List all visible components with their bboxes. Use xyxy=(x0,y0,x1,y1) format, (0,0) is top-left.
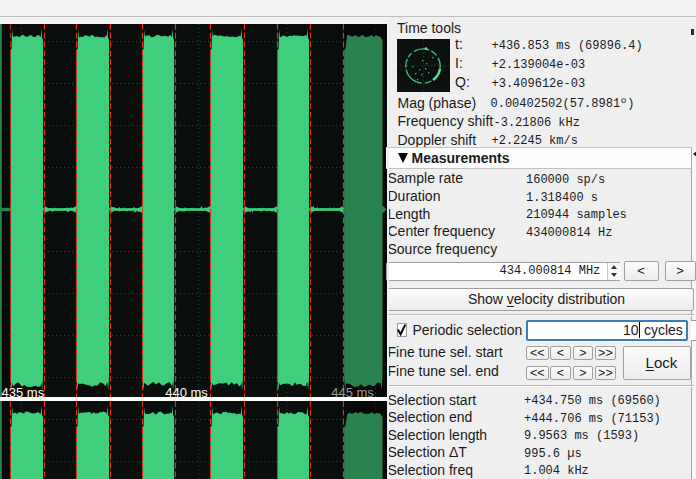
svg-text:435 ms: 435 ms xyxy=(2,385,45,397)
svg-text:440 ms: 440 ms xyxy=(165,385,208,397)
svg-text:445 ms: 445 ms xyxy=(331,385,374,397)
